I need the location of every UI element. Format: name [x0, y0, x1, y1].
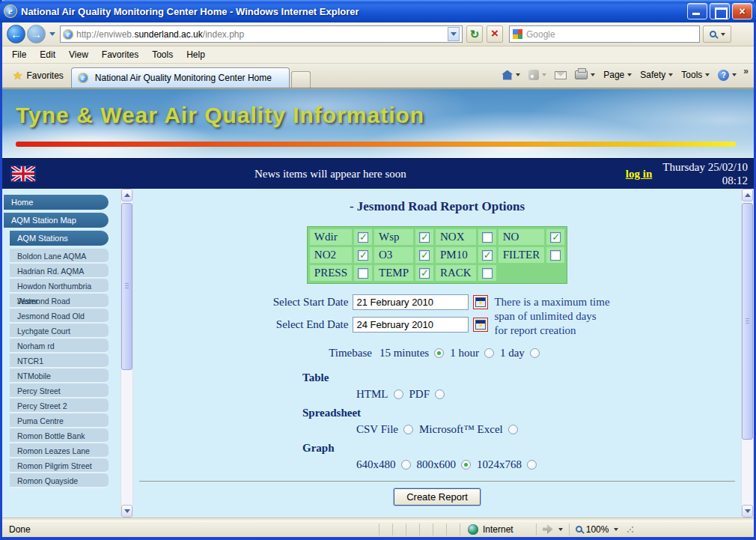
scroll-down-button[interactable]: [742, 505, 753, 518]
main-scrollbar[interactable]: [741, 189, 754, 518]
sidebar-item-station[interactable]: Howdon Northumbria Water: [10, 279, 109, 294]
sidebar-item-station[interactable]: Percy Street: [10, 383, 109, 398]
parameter-checkbox[interactable]: [550, 250, 561, 261]
sidebar-item-station[interactable]: Puma Centre: [10, 413, 109, 428]
start-date-calendar-button[interactable]: ★: [473, 295, 488, 309]
print-button[interactable]: [572, 69, 598, 81]
create-report-button[interactable]: Create Report: [394, 488, 481, 506]
end-date-calendar-button[interactable]: ★: [473, 318, 488, 332]
radio-button[interactable]: [461, 460, 471, 470]
parameter-checkbox[interactable]: [358, 268, 368, 279]
parameter-checkbox[interactable]: [482, 232, 493, 243]
search-input[interactable]: [526, 29, 696, 40]
status-cell: [379, 524, 392, 536]
address-input[interactable]: e http://enviweb.sunderland.ac.uk/index.…: [60, 25, 463, 43]
maximize-button[interactable]: [710, 3, 730, 19]
home-button[interactable]: [499, 69, 523, 82]
news-message: News items will appear here soon: [35, 168, 626, 180]
search-button[interactable]: [703, 25, 731, 43]
scroll-down-button[interactable]: [121, 505, 132, 518]
menu-item-view[interactable]: View: [62, 47, 95, 62]
sidebar-item-station[interactable]: Boldon Lane AQMA: [10, 249, 109, 264]
forward-button[interactable]: →: [27, 25, 46, 43]
radio-button[interactable]: [527, 460, 537, 470]
radio-button[interactable]: [435, 389, 445, 399]
menu-item-tools[interactable]: Tools: [145, 47, 180, 62]
scroll-up-button[interactable]: [121, 189, 132, 201]
page-content: Home AQM Station Map AQM Stations Boldon…: [2, 189, 754, 518]
menu-item-edit[interactable]: Edit: [33, 47, 62, 62]
scrollbar-track[interactable]: [121, 201, 132, 505]
search-box[interactable]: [509, 25, 700, 43]
parameter-checkbox[interactable]: [419, 250, 430, 261]
radio-button[interactable]: [434, 348, 444, 358]
start-date-input[interactable]: [353, 294, 469, 310]
scrollbar-thumb[interactable]: [742, 203, 753, 440]
login-link[interactable]: log in: [626, 168, 652, 180]
back-button[interactable]: ←: [7, 25, 25, 43]
menu-item-file[interactable]: File: [5, 47, 33, 62]
recent-pages-dropdown-icon[interactable]: [49, 32, 55, 36]
scroll-up-button[interactable]: [742, 189, 753, 201]
timebase-row: Timebase 15 minutes1 hour1 day: [133, 347, 741, 360]
sidebar-item-station[interactable]: Romon Bottle Bank: [10, 428, 109, 443]
parameter-checkbox[interactable]: [482, 268, 493, 279]
feeds-button[interactable]: [525, 68, 549, 82]
scrollbar-track[interactable]: [742, 201, 753, 505]
radio-button[interactable]: [484, 348, 494, 358]
refresh-button[interactable]: ↻: [466, 25, 483, 43]
rss-icon: [528, 70, 539, 80]
radio-button[interactable]: [401, 460, 411, 470]
window-bottom-border: [0, 537, 756, 540]
sidebar-item-station[interactable]: Norham rd: [10, 339, 109, 354]
menu-item-favorites[interactable]: Favorites: [95, 47, 145, 62]
parameter-checkbox[interactable]: [419, 268, 430, 279]
safety-menu-button[interactable]: Safety: [637, 68, 676, 82]
sidebar-item-station[interactable]: Percy Street 2: [10, 398, 109, 413]
menu-item-help[interactable]: Help: [180, 47, 212, 62]
sidebar-item-station[interactable]: NTCR1: [10, 354, 109, 368]
zoom-control[interactable]: 100%: [569, 524, 625, 536]
resize-grip[interactable]: [626, 525, 635, 534]
minimize-button[interactable]: [687, 3, 707, 19]
parameter-checkbox[interactable]: [358, 250, 368, 261]
radio-button[interactable]: [530, 348, 540, 358]
sidebar-item-station-map[interactable]: AQM Station Map: [4, 213, 109, 228]
new-tab-button[interactable]: [291, 71, 311, 88]
address-dropdown-button[interactable]: [448, 27, 460, 41]
sidebar-item-station[interactable]: Lychgate Court: [10, 324, 109, 339]
page-menu-button[interactable]: Page: [600, 68, 635, 82]
radio-button[interactable]: [403, 425, 413, 434]
sidebar-item-station[interactable]: NTMobile: [10, 368, 109, 383]
parameter-label: O3: [374, 247, 413, 263]
overflow-chevron-icon[interactable]: »: [742, 66, 751, 84]
parameter-checkbox[interactable]: [482, 250, 493, 261]
radio-option: PDF: [409, 388, 445, 401]
protected-mode-button[interactable]: [536, 524, 569, 536]
sidebar-group-aqm-stations[interactable]: AQM Stations: [10, 231, 109, 246]
sidebar-item-home[interactable]: Home: [4, 195, 109, 210]
tools-menu-button[interactable]: Tools: [678, 68, 713, 82]
help-menu-button[interactable]: ?: [715, 68, 740, 82]
sidebar-scrollbar[interactable]: [121, 189, 133, 518]
read-mail-button[interactable]: [552, 70, 570, 81]
favorites-button[interactable]: ★ Favorites: [5, 64, 71, 88]
search-dropdown-icon[interactable]: [721, 33, 725, 36]
radio-button[interactable]: [508, 425, 518, 434]
sidebar-item-station[interactable]: Romon Pilgrim Street: [10, 458, 109, 473]
sidebar-item-station[interactable]: Romon Leazes Lane: [10, 443, 109, 458]
parameter-checkbox[interactable]: [550, 232, 561, 243]
end-date-label: Select End Date: [264, 318, 348, 331]
sidebar-item-station[interactable]: Jesmond Road: [10, 294, 109, 309]
parameter-checkbox[interactable]: [358, 232, 368, 243]
scrollbar-thumb[interactable]: [121, 203, 132, 370]
close-button[interactable]: ×: [732, 3, 752, 19]
sidebar-item-station[interactable]: Jesmond Road Old: [10, 309, 109, 324]
radio-button[interactable]: [394, 389, 403, 399]
stop-button[interactable]: ×: [487, 25, 503, 43]
parameter-checkbox[interactable]: [419, 232, 430, 243]
tab-active[interactable]: e National Air Quality Monitoring Center…: [71, 67, 290, 88]
end-date-input[interactable]: [353, 317, 469, 333]
sidebar-item-station[interactable]: Hadrian Rd. AQMA: [10, 264, 109, 279]
sidebar-item-station[interactable]: Romon Quayside: [10, 473, 109, 488]
